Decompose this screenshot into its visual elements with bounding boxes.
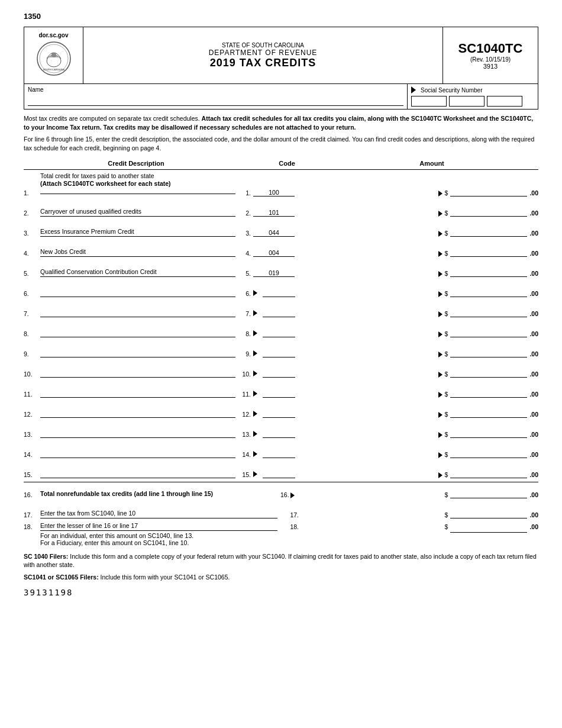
line-code-2[interactable]: 101 (253, 209, 295, 217)
line-desc-15[interactable] (40, 469, 235, 478)
line18-note1: For an individual, enter this amount on … (40, 532, 277, 539)
line-desc-10[interactable] (40, 368, 235, 378)
line-desc-11[interactable] (40, 388, 235, 398)
line-code-4[interactable]: 004 (253, 249, 295, 257)
ssn-box-1[interactable] (411, 96, 447, 107)
line-code-15[interactable] (263, 469, 295, 478)
line-desc-3: Excess Insurance Premium Credit (40, 228, 235, 237)
line-numright-5: 5. (235, 270, 253, 277)
line-code-11[interactable] (263, 388, 295, 398)
line-amount-12: $ .00 (295, 408, 538, 418)
line-code-5[interactable]: 019 (253, 269, 295, 277)
line-desc-1: Total credit for taxes paid to another s… (40, 172, 235, 197)
line-row-11.: 11. 11. $ .00 (24, 381, 538, 398)
line-desc-4: New Jobs Credit (40, 248, 235, 257)
ssn-arrow-icon (411, 86, 416, 94)
amount-field-3[interactable] (450, 227, 527, 237)
line-code-10[interactable] (263, 368, 295, 378)
amount-field-9[interactable] (450, 348, 527, 357)
ssn-box-2[interactable] (449, 96, 485, 107)
amount-field-4[interactable] (450, 247, 527, 257)
line-code-8[interactable] (263, 328, 295, 337)
line-code-9[interactable] (263, 348, 295, 357)
amount-field-14[interactable] (450, 449, 527, 458)
line-row-13.: 13. 13. $ .00 (24, 421, 538, 438)
line-amount-2: $ .00 (295, 207, 538, 217)
form-id: SC1040TC (458, 41, 523, 56)
code-arrow-icon-12 (253, 411, 257, 417)
col-header-desc: Credit Description (24, 160, 248, 167)
line-code-7[interactable] (263, 308, 295, 317)
amount-field-13[interactable] (450, 429, 527, 438)
line-arrow-icon-5 (438, 271, 443, 277)
line-arrow-icon-13 (438, 432, 443, 438)
code-arrow-icon-11 (253, 391, 257, 397)
line-arrow-icon-11 (438, 392, 443, 398)
amount-field-11[interactable] (450, 388, 527, 398)
line-amount-7: $ .00 (295, 308, 538, 317)
line-amount-1: $ .00 (295, 187, 538, 197)
header-center: STATE OF SOUTH CAROLINA DEPARTMENT OF RE… (83, 27, 443, 83)
line-arrow-icon-9 (438, 352, 443, 357)
line-code-3[interactable]: 044 (253, 229, 295, 237)
amount-field-16[interactable] (450, 489, 527, 498)
line-code-6[interactable] (263, 288, 295, 297)
line-desc-6[interactable] (40, 288, 235, 297)
line-desc-7[interactable] (40, 308, 235, 317)
amount-field-1[interactable] (450, 187, 527, 197)
amount-field-5[interactable] (450, 268, 527, 277)
name-label: Name (28, 86, 403, 93)
page-number: 1350 (24, 12, 538, 21)
line16-arrow-icon (290, 492, 295, 498)
line-code-1[interactable]: 100 (253, 189, 295, 197)
line-row-17: 17. Enter the tax from SC1040, line 10 1… (24, 502, 538, 518)
line-amount-4: $ .00 (295, 247, 538, 257)
line-desc-16: Total nonrefundable tax credits (add lin… (40, 490, 280, 498)
line-code-12[interactable] (263, 408, 295, 418)
amount-field-15[interactable] (450, 469, 527, 478)
line-code-14[interactable] (263, 449, 295, 458)
ssn-label: Social Security Number (411, 86, 534, 94)
amount-field-17[interactable] (450, 509, 527, 518)
line-numright-10: 10. (235, 371, 253, 378)
line-numright-1: 1. (235, 189, 253, 197)
header-line3: 2019 TAX CREDITS (89, 57, 437, 69)
line-amount-16: $ .00 (298, 489, 538, 498)
amount-field-2[interactable] (450, 207, 527, 217)
line-amount-17: $ .00 (301, 509, 538, 518)
line-numright-12: 12. (235, 411, 253, 418)
line-numright-8: 8. (235, 330, 253, 337)
website-label: dor.sc.gov (30, 32, 77, 38)
line-row-10.: 10. 10. $ .00 (24, 361, 538, 378)
amount-field-8[interactable] (450, 328, 527, 337)
table-header: Credit Description Code Amount (24, 157, 538, 170)
line-code-13[interactable] (263, 429, 295, 438)
line-desc-14[interactable] (40, 449, 235, 458)
line-num-14: 14. (24, 450, 40, 458)
header-right: SC1040TC (Rev. 10/15/19) 3913 (443, 27, 538, 83)
name-ssn-row: Name Social Security Number (24, 84, 538, 109)
amount-field-18[interactable] (450, 523, 527, 533)
instruction-para2: For line 6 through line 15, enter the cr… (24, 135, 538, 152)
line-num-15: 15. (24, 470, 40, 478)
amount-field-6[interactable] (450, 288, 527, 297)
line-row-15.: 15. 15. $ .00 (24, 462, 538, 478)
line-num-10: 10. (24, 369, 40, 378)
amount-field-10[interactable] (450, 368, 527, 378)
line-desc-17: Enter the tax from SC1040, line 10 (40, 510, 277, 518)
line-desc-13[interactable] (40, 429, 235, 438)
ssn-box-3[interactable] (487, 96, 522, 107)
name-input[interactable] (28, 94, 403, 106)
line18-note2: For a Fiduciary, enter this amount on SC… (40, 539, 277, 546)
line-desc-8[interactable] (40, 328, 235, 337)
line-row-7.: 7. 7. $ .00 (24, 301, 538, 317)
amount-field-7[interactable] (450, 308, 527, 317)
line-numright-11: 11. (235, 391, 253, 398)
code-arrow-icon-15 (253, 471, 257, 477)
line-desc-9[interactable] (40, 348, 235, 357)
line-amount-18: $ .00 (301, 522, 538, 533)
line-arrow-icon-14 (438, 452, 443, 458)
amount-field-12[interactable] (450, 408, 527, 418)
line-desc-12[interactable] (40, 408, 235, 418)
line-num-4: 4. (24, 249, 40, 257)
